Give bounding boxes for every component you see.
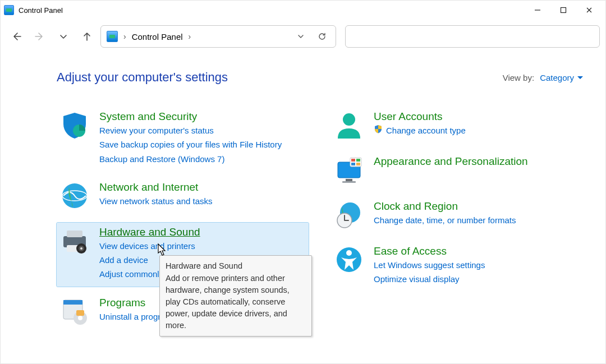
address-bar[interactable]: › Control Panel › <box>100 25 336 48</box>
close-button[interactable] <box>576 1 602 19</box>
maximize-button[interactable] <box>550 1 576 19</box>
up-button[interactable] <box>77 26 97 47</box>
category-title[interactable]: Clock and Region <box>374 200 516 213</box>
personalize-icon <box>334 155 364 185</box>
svg-rect-14 <box>76 310 84 316</box>
category-network-internet[interactable]: Network and Internet View network status… <box>57 178 309 216</box>
shield-icon <box>60 110 89 140</box>
uac-shield-icon <box>374 125 383 133</box>
tooltip: Hardware and Sound Add or remove printer… <box>159 255 312 337</box>
svg-point-9 <box>80 247 82 250</box>
svg-rect-22 <box>356 159 360 162</box>
category-title[interactable]: User Accounts <box>374 110 466 123</box>
category-appearance-personalization[interactable]: Appearance and Personalization <box>331 152 583 190</box>
category-link[interactable]: Review your computer's status <box>99 124 282 137</box>
globe-icon <box>60 181 89 210</box>
back-button[interactable] <box>6 26 26 47</box>
recent-locations-button[interactable] <box>53 26 74 47</box>
view-by-dropdown[interactable]: Category <box>540 73 583 82</box>
clock-icon <box>334 200 364 229</box>
printer-icon <box>60 226 89 255</box>
category-link[interactable]: View devices and printers <box>99 239 246 252</box>
category-link[interactable]: Let Windows suggest settings <box>374 259 485 271</box>
svg-rect-24 <box>356 163 360 165</box>
svg-rect-19 <box>342 181 356 183</box>
address-dropdown-button[interactable] <box>293 26 309 47</box>
search-input[interactable] <box>345 25 600 48</box>
category-title[interactable]: Network and Internet <box>99 181 213 193</box>
svg-point-28 <box>346 250 352 256</box>
refresh-button[interactable] <box>314 26 330 47</box>
category-link[interactable]: Optimize visual display <box>374 273 485 285</box>
svg-rect-11 <box>63 300 82 305</box>
category-link[interactable]: Save backup copies of your files with Fi… <box>99 138 282 151</box>
category-title[interactable]: Appearance and Personalization <box>374 155 528 168</box>
category-link[interactable]: Change date, time, or number formats <box>374 214 516 227</box>
category-clock-region[interactable]: Clock and Region Change date, time, or n… <box>331 197 583 235</box>
control-panel-app-icon <box>4 5 14 15</box>
breadcrumb-separator: › <box>189 32 191 41</box>
tooltip-body: Add or remove printers and other hardwar… <box>166 273 306 331</box>
categories-right-column: User Accounts Change account type <box>331 107 583 338</box>
header-row: Adjust your computer's settings View by:… <box>57 70 583 85</box>
category-link[interactable]: View network status and tasks <box>99 195 213 208</box>
programs-icon <box>60 297 89 326</box>
titlebar: Control Panel <box>1 1 605 20</box>
category-title[interactable]: Hardware and Sound <box>99 226 246 238</box>
svg-point-13 <box>78 316 82 320</box>
svg-point-15 <box>343 113 355 126</box>
minimize-button[interactable] <box>525 1 550 19</box>
page-title: Adjust your computer's settings <box>57 70 228 85</box>
user-icon <box>334 110 364 140</box>
category-system-security[interactable]: System and Security Review your computer… <box>57 107 309 171</box>
category-title[interactable]: Ease of Access <box>374 245 485 257</box>
toolbar: › Control Panel › <box>1 20 605 53</box>
view-by-label: View by: <box>503 73 534 82</box>
svg-rect-0 <box>561 8 566 13</box>
category-ease-of-access[interactable]: Ease of Access Let Windows suggest setti… <box>331 242 583 292</box>
svg-rect-23 <box>351 163 355 165</box>
svg-rect-21 <box>351 159 355 162</box>
tooltip-title: Hardware and Sound <box>166 260 306 272</box>
breadcrumb-location[interactable]: Control Panel <box>132 32 183 42</box>
category-user-accounts[interactable]: User Accounts Change account type <box>331 107 583 145</box>
control-panel-icon <box>107 31 118 42</box>
forward-button[interactable] <box>30 26 50 47</box>
categories-columns: System and Security Review your computer… <box>57 107 583 338</box>
category-link[interactable]: Backup and Restore (Windows 7) <box>99 153 282 165</box>
category-link[interactable]: Change account type <box>374 124 466 137</box>
svg-rect-5 <box>67 231 82 237</box>
window-title: Control Panel <box>19 6 63 15</box>
category-title[interactable]: System and Security <box>99 110 282 123</box>
accessibility-icon <box>334 245 364 274</box>
svg-rect-18 <box>346 179 352 181</box>
breadcrumb-separator: › <box>123 32 126 41</box>
